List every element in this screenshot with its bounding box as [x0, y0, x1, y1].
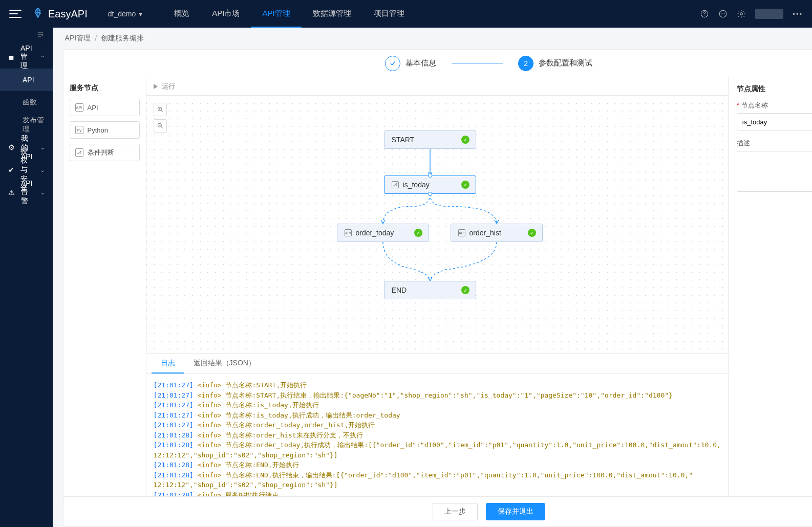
content: API管理 / 创建服务编排 基本信息 2 参数配置和测试 — [53, 28, 812, 527]
settings-icon[interactable] — [737, 9, 746, 18]
shield-icon: ✔ — [8, 166, 14, 174]
brand-text: EasyAPI — [48, 8, 88, 20]
brand-logo-icon — [32, 7, 44, 21]
zoom-out-icon[interactable] — [154, 119, 167, 133]
palette-item-2[interactable]: ⎇条件判断 — [70, 144, 140, 161]
step-divider — [452, 63, 503, 63]
success-icon — [528, 229, 536, 237]
node-start[interactable]: START — [384, 130, 476, 149]
sidebar: ≣API管理⌃API函数发布管理⚙我的API⌄✔授权与安全⌄⚠API告警⌄ — [0, 28, 53, 527]
sidebar-group-3[interactable]: ⚠API告警⌄ — [0, 181, 53, 204]
breadcrumb-sep: / — [95, 34, 97, 42]
svg-point-5 — [724, 13, 725, 14]
nav-tab-2[interactable]: API管理 — [251, 0, 301, 28]
node-end[interactable]: END — [384, 281, 476, 299]
breadcrumb-root[interactable]: API管理 — [65, 34, 91, 43]
chevron-down-icon: ⌄ — [40, 190, 45, 195]
nav-tab-3[interactable]: 数据源管理 — [302, 0, 362, 28]
bottom-tab-1[interactable]: 返回结果（JSON） — [184, 354, 265, 374]
bottom-pane: 日志返回结果（JSON） [21:01:27] <info> 节点名称:STAR… — [146, 353, 728, 496]
prev-button[interactable]: 上一步 — [433, 503, 478, 520]
save-button[interactable]: 保存并退出 — [486, 503, 545, 520]
project-name: dt_demo — [108, 10, 136, 18]
svg-point-6 — [740, 13, 743, 15]
run-label[interactable]: 运行 — [162, 82, 175, 91]
success-icon — [414, 229, 422, 237]
breadcrumb-current: 创建服务编排 — [101, 34, 144, 43]
success-icon — [461, 136, 469, 144]
log-line-2: [21:01:27] <info> 节点名称:is_today,开始执行 — [154, 400, 721, 410]
chevron-down-icon: ⌄ — [40, 167, 45, 173]
more-icon[interactable]: ••• — [793, 10, 803, 18]
sidebar-item-0-1[interactable]: 函数 — [0, 91, 53, 114]
step-1-label: 基本信息 — [405, 58, 436, 68]
check-icon — [385, 56, 400, 71]
sidebar-collapse-icon[interactable] — [0, 31, 53, 46]
log-line-6-cont: 12:12:12","shop_id":"s02","shop_region":… — [154, 450, 721, 460]
log-line-8: [21:01:28] <info> 节点名称:END,执行结束，输出结果:[{"… — [154, 470, 721, 480]
log-line-0: [21:01:27] <info> 节点名称:START,开始执行 — [154, 380, 721, 390]
node-name-input[interactable] — [737, 113, 812, 130]
sidebar-item-0-0[interactable]: API — [0, 69, 53, 91]
caret-down-icon: ▾ — [139, 10, 142, 18]
topbar-actions: ••• — [700, 9, 803, 19]
chevron-up-icon: ⌃ — [40, 55, 45, 60]
branch-icon: ⎇ — [392, 181, 399, 188]
chat-icon[interactable] — [718, 9, 728, 18]
api-icon: API — [458, 229, 465, 236]
brand: EasyAPI — [32, 7, 88, 21]
sidebar-group-2[interactable]: ✔授权与安全⌄ — [0, 159, 53, 181]
zoom-in-icon[interactable] — [154, 103, 167, 116]
log-line-3: [21:01:27] <info> 节点名称:is_today,执行成功，输出结… — [154, 410, 721, 421]
palette-item-0[interactable]: APIAPI — [70, 99, 140, 116]
node-desc-label: 描述 — [737, 139, 812, 148]
play-icon[interactable] — [154, 84, 158, 89]
log-line-6: [21:01:28] <info> 节点名称:order_today,执行成功，… — [154, 440, 721, 450]
stepper: 基本信息 2 参数配置和测试 — [63, 50, 812, 77]
log-line-4: [21:01:27] <info> 节点名称:order_today,order… — [154, 420, 721, 430]
menu-toggle-icon[interactable] — [9, 8, 22, 20]
log-area[interactable]: [21:01:27] <info> 节点名称:START,开始执行[21:01:… — [146, 374, 728, 496]
bottom-tabs: 日志返回结果（JSON） — [146, 354, 728, 374]
log-line-9: [21:01:28] <info> 服务编排执行结束 — [154, 490, 721, 497]
topbar: EasyAPI dt_demo ▾ 概览API市场API管理数据源管理项目管理 … — [0, 0, 812, 28]
nav-tab-4[interactable]: 项目管理 — [362, 0, 416, 28]
canvas[interactable]: START⎇is_todayAPIorder_todayAPIorder_his… — [146, 96, 728, 353]
nav-tab-1[interactable]: API市场 — [201, 0, 251, 28]
property-panel: 节点属性 *节点名称 描述 — [728, 77, 812, 496]
svg-point-1 — [704, 15, 705, 16]
palette-title: 服务节点 — [70, 83, 140, 93]
svg-point-4 — [723, 13, 724, 14]
main-card: 基本信息 2 参数配置和测试 服务节点 APIAPIPyPython⎇条件判断 — [63, 49, 812, 527]
step-2-label: 参数配置和测试 — [539, 58, 592, 68]
log-line-7: [21:01:28] <info> 节点名称:END,开始执行 — [154, 460, 721, 470]
api-icon: API — [75, 103, 83, 112]
node-is_today[interactable]: ⎇is_today — [384, 175, 476, 194]
sidebar-group-0[interactable]: ≣API管理⌃ — [0, 46, 53, 69]
step-1[interactable]: 基本信息 — [385, 56, 436, 71]
step-2-badge: 2 — [518, 56, 533, 71]
node-order_today[interactable]: APIorder_today — [337, 224, 429, 242]
log-line-5: [21:01:28] <info> 节点名称:order_hist未在执行分支，… — [154, 430, 721, 441]
node-desc-input[interactable] — [737, 151, 812, 192]
svg-point-3 — [721, 13, 722, 14]
bottom-tab-0[interactable]: 日志 — [152, 354, 184, 374]
step-2[interactable]: 2 参数配置和测试 — [518, 56, 592, 71]
help-icon[interactable] — [700, 9, 709, 18]
log-line-8-cont: 12:12:12","shop_id":"s02","shop_region":… — [154, 480, 721, 490]
sidebar-item-0-2[interactable]: 发布管理 — [0, 114, 53, 136]
breadcrumb: API管理 / 创建服务编排 — [53, 28, 812, 49]
nav-tab-0[interactable]: 概览 — [163, 0, 201, 28]
log-line-1: [21:01:27] <info> 节点名称:START,执行结束，输出结果:{… — [154, 390, 721, 401]
python-icon: Py — [75, 126, 83, 134]
chevron-down-icon: ⌄ — [40, 145, 45, 150]
property-panel-title: 节点属性 — [737, 84, 812, 94]
canvas-area: 运行 START⎇is_todayAPIorder_todayAPIorder_… — [146, 77, 728, 496]
project-select[interactable]: dt_demo ▾ — [108, 10, 142, 18]
success-icon — [461, 181, 469, 189]
node-name-label: *节点名称 — [737, 101, 812, 110]
node-order_hist[interactable]: APIorder_hist — [451, 224, 543, 242]
api-icon: API — [345, 229, 352, 236]
palette-item-1[interactable]: PyPython — [70, 121, 140, 139]
user-avatar[interactable] — [755, 9, 783, 19]
